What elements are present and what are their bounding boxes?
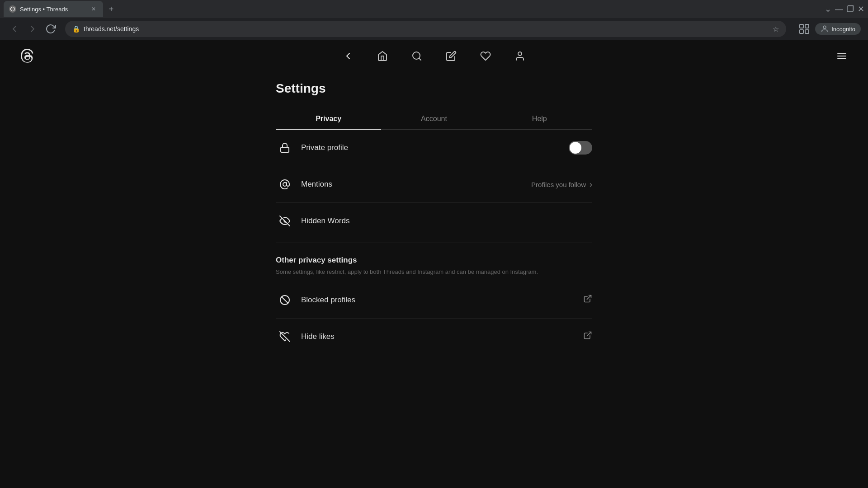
mentions-right: Profiles you follow ›	[531, 180, 592, 189]
tab-favicon	[9, 5, 16, 13]
svg-line-18	[587, 332, 591, 336]
other-privacy-title: Other privacy settings	[276, 256, 592, 265]
mentions-label: Mentions	[301, 180, 531, 189]
new-tab-button[interactable]: +	[105, 3, 118, 15]
tab-close-button[interactable]: ✕	[90, 5, 98, 13]
incognito-label: Incognito	[831, 26, 855, 33]
svg-line-15	[282, 296, 288, 303]
mentions-value: Profiles you follow	[531, 181, 586, 188]
tab-privacy[interactable]: Privacy	[276, 108, 381, 129]
restore-button[interactable]: ❐	[847, 4, 854, 14]
svg-point-12	[283, 183, 287, 186]
blocked-profiles-right	[583, 294, 592, 305]
mention-icon	[276, 175, 294, 193]
svg-rect-2	[800, 30, 803, 33]
private-profile-label: Private profile	[301, 143, 569, 152]
block-icon	[276, 291, 294, 309]
close-window-button[interactable]: ✕	[858, 4, 864, 14]
mentions-item[interactable]: Mentions Profiles you follow ›	[276, 166, 592, 203]
toggle-knob	[570, 142, 581, 154]
svg-point-4	[823, 26, 826, 28]
svg-rect-11	[281, 147, 289, 152]
private-profile-item[interactable]: Private profile	[276, 130, 592, 166]
threads-logo[interactable]	[18, 47, 36, 65]
top-nav	[0, 40, 868, 72]
chevron-right-icon: ›	[590, 180, 592, 189]
hide-likes-label: Hide likes	[301, 332, 583, 341]
svg-line-16	[587, 296, 591, 300]
hidden-words-icon	[276, 212, 294, 230]
browser-actions: Incognito	[797, 22, 861, 36]
external-link-icon-2	[583, 331, 592, 342]
svg-line-6	[419, 58, 421, 60]
settings-container: Settings Privacy Account Help Priva	[276, 72, 592, 364]
other-privacy-description: Some settings, like restrict, apply to b…	[276, 267, 592, 277]
hidden-words-item[interactable]: Hidden Words	[276, 203, 592, 239]
external-link-icon	[583, 294, 592, 305]
svg-rect-3	[805, 30, 809, 33]
svg-rect-0	[800, 24, 803, 28]
section-divider	[276, 243, 592, 243]
tab-help[interactable]: Help	[487, 108, 592, 129]
other-privacy-section: Other privacy settings Some settings, li…	[276, 247, 592, 355]
browser-chrome: Settings • Threads ✕ + ⌄ — ❐ ✕ 🔒 threads…	[0, 0, 868, 40]
forward-button[interactable]	[25, 22, 40, 36]
minimize-button[interactable]: —	[835, 5, 843, 14]
incognito-badge[interactable]: Incognito	[815, 23, 861, 35]
home-nav-icon[interactable]	[374, 48, 391, 64]
hamburger-button[interactable]	[834, 48, 850, 64]
back-nav-button[interactable]	[340, 48, 356, 64]
address-bar-row: 🔒 threads.net/settings ☆ Incognito	[0, 18, 868, 40]
nav-icons	[374, 48, 528, 64]
private-profile-toggle[interactable]	[569, 141, 592, 155]
lock-icon	[276, 139, 294, 157]
bookmark-icon[interactable]: ☆	[773, 25, 779, 33]
url-display: threads.net/settings	[84, 25, 769, 33]
activity-nav-icon[interactable]	[477, 48, 494, 64]
app-content: Settings Privacy Account Help Priva	[0, 40, 868, 488]
hide-likes-right	[583, 331, 592, 342]
refresh-button[interactable]	[43, 22, 58, 36]
lock-icon: 🔒	[72, 25, 80, 33]
back-button[interactable]	[7, 22, 22, 36]
hide-likes-icon	[276, 328, 294, 346]
blocked-profiles-label: Blocked profiles	[301, 296, 583, 305]
tab-end-controls: ⌄ — ❐ ✕	[825, 4, 864, 14]
tab-account[interactable]: Account	[381, 108, 486, 129]
search-nav-icon[interactable]	[409, 48, 425, 64]
address-bar[interactable]: 🔒 threads.net/settings ☆	[65, 21, 786, 37]
svg-rect-1	[805, 24, 809, 28]
tab-title: Settings • Threads	[20, 6, 86, 13]
compose-nav-icon[interactable]	[443, 48, 459, 64]
hidden-words-label: Hidden Words	[301, 216, 592, 225]
extensions-button[interactable]	[797, 22, 811, 36]
page-title: Settings	[276, 81, 592, 96]
blocked-profiles-item[interactable]: Blocked profiles	[276, 282, 592, 319]
svg-point-7	[518, 52, 522, 56]
tab-list-icon[interactable]: ⌄	[825, 4, 831, 14]
active-tab[interactable]: Settings • Threads ✕	[4, 1, 103, 17]
profile-nav-icon[interactable]	[512, 48, 528, 64]
tab-bar: Settings • Threads ✕ + ⌄ — ❐ ✕	[0, 0, 868, 18]
hide-likes-item[interactable]: Hide likes	[276, 319, 592, 355]
settings-tabs: Privacy Account Help	[276, 108, 592, 130]
